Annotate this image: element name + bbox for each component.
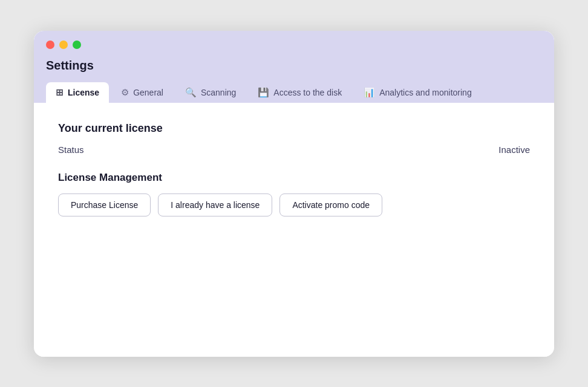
license-section-title: Your current license xyxy=(58,122,530,135)
close-button[interactable] xyxy=(46,41,54,49)
page-title: Settings xyxy=(46,59,542,73)
tab-scanning[interactable]: 🔍 Scanning xyxy=(175,82,246,103)
minimize-button[interactable] xyxy=(59,41,68,49)
maximize-button[interactable] xyxy=(73,41,81,49)
status-label: Status xyxy=(58,145,84,155)
purchase-license-button[interactable]: Purchase License xyxy=(58,194,151,216)
main-content: Your current license Status Inactive Lic… xyxy=(34,103,554,357)
tab-disk[interactable]: 💾 Access to the disk xyxy=(248,82,351,103)
license-icon: ⊞ xyxy=(56,87,64,98)
status-value: Inactive xyxy=(498,145,530,155)
gear-icon: ⚙ xyxy=(121,87,129,98)
existing-license-button[interactable]: I already have a license xyxy=(158,194,272,216)
main-window: Settings ⊞ License ⚙ General 🔍 Scanning … xyxy=(34,31,554,357)
disk-icon: 💾 xyxy=(258,87,269,98)
chart-icon: 📊 xyxy=(364,87,375,98)
tab-general[interactable]: ⚙ General xyxy=(111,82,173,103)
tab-license[interactable]: ⊞ License xyxy=(46,82,109,103)
activate-promo-button[interactable]: Activate promo code xyxy=(279,194,382,216)
titlebar: Settings ⊞ License ⚙ General 🔍 Scanning … xyxy=(34,31,554,103)
search-icon: 🔍 xyxy=(185,87,197,98)
traffic-lights xyxy=(46,41,542,49)
license-action-buttons: Purchase License I already have a licens… xyxy=(58,194,530,216)
status-row: Status Inactive xyxy=(58,145,530,155)
tab-analytics[interactable]: 📊 Analytics and monitoring xyxy=(354,82,482,103)
management-section-title: License Management xyxy=(58,172,530,184)
tab-bar: ⊞ License ⚙ General 🔍 Scanning 💾 Access … xyxy=(46,82,542,103)
